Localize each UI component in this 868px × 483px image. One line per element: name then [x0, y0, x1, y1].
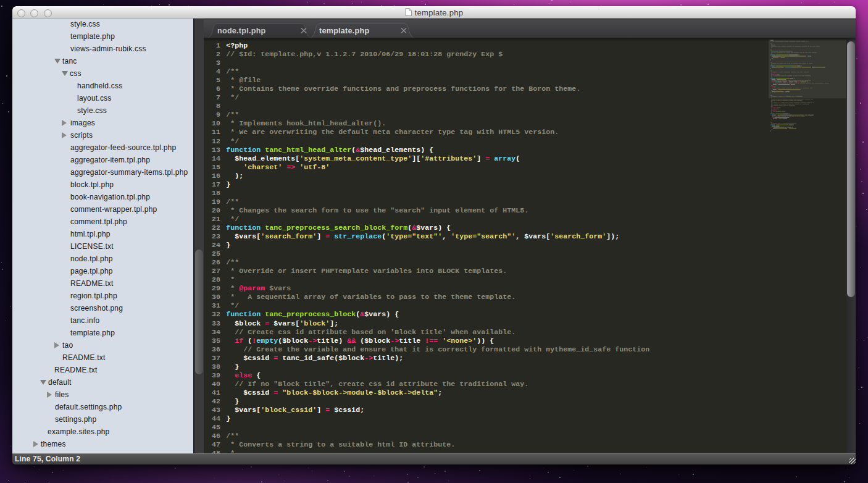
svg-text:node.tpl.php: node.tpl.php [217, 27, 266, 35]
svg-text:template.php: template.php [319, 27, 369, 35]
